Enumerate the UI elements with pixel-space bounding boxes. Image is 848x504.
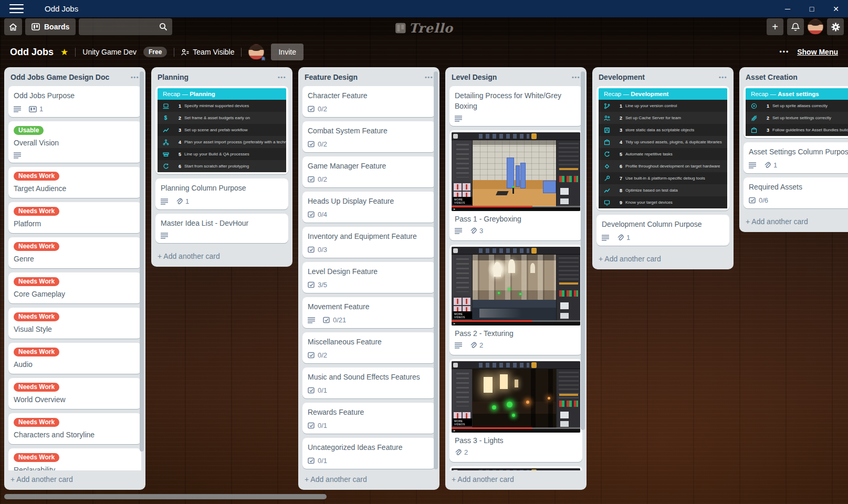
list-menu-icon[interactable]: •••: [719, 74, 727, 80]
add-card-button[interactable]: + Add another card: [739, 213, 848, 232]
card[interactable]: Uncategorized Ideas Feature 0/1: [302, 438, 435, 469]
board-title[interactable]: Odd Jobs: [10, 47, 54, 58]
search-input[interactable]: [79, 18, 172, 35]
attachment-badge: 3: [470, 227, 483, 235]
video-thumbnail-greyboxing[interactable]: MORE VIDEOS ▸: [452, 132, 580, 211]
hamburger-menu-icon[interactable]: [9, 4, 24, 14]
card-pass3-lights[interactable]: MORE VIDEOS ▸ Pass 3 - Lights 2: [449, 359, 582, 462]
card[interactable]: Character Feature 0/2: [302, 86, 435, 117]
card-pass2-texturing[interactable]: MORE VIDEOS ▸ Pass 2 - Texturing 2: [449, 245, 582, 355]
card-pass1-greyboxing[interactable]: MORE VIDEOS ▸ Pass 1 - Greyboxing 3: [449, 130, 582, 240]
list-scrollbar[interactable]: [140, 71, 144, 452]
wrench-icon: [603, 175, 610, 182]
star-icon[interactable]: ★: [60, 47, 68, 58]
card-clipped-video[interactable]: [449, 466, 582, 470]
card-title: Target Audience: [14, 183, 136, 194]
card[interactable]: Needs Work World Overview: [8, 378, 141, 409]
avatar-face: [808, 19, 823, 35]
recap-item: 1Specify minimal supported devices: [158, 100, 286, 112]
card-container: Detailing Process for White/Grey Boxing …: [445, 85, 587, 470]
list-scrollbar[interactable]: [581, 71, 585, 430]
invite-button[interactable]: Invite: [271, 44, 303, 60]
people-icon: [181, 49, 189, 56]
checklist-badge: 3/5: [308, 281, 327, 289]
editor-hierarchy-panel: [452, 369, 473, 410]
visibility-button[interactable]: Team Visible: [181, 48, 234, 56]
card[interactable]: Needs Work Target Audience: [8, 167, 141, 198]
card[interactable]: Miscellaneous Feature 0/2: [302, 332, 435, 363]
card-label: Usable: [14, 126, 44, 135]
card-title: Genre: [14, 254, 136, 264]
editor-viewport: [473, 255, 556, 321]
editor-project-panel: MORE VIDEOS: [452, 296, 473, 321]
list-menu-icon[interactable]: •••: [572, 74, 580, 80]
video-thumbnail-texturing[interactable]: MORE VIDEOS ▸: [452, 247, 580, 326]
card[interactable]: Planning Column Purpose 1: [155, 178, 288, 209]
card-recap-planning[interactable]: Recap — Planning 1Specify minimal suppor…: [155, 86, 288, 174]
card[interactable]: Usable Overall Vision: [8, 121, 141, 163]
add-card-button[interactable]: + Add another card: [298, 470, 439, 490]
list-menu-icon[interactable]: •••: [131, 74, 139, 80]
card[interactable]: Needs Work Platform: [8, 202, 141, 233]
video-thumbnail-clipped[interactable]: [452, 468, 580, 470]
workspace-name[interactable]: Unity Game Dev: [82, 48, 137, 56]
notifications-button[interactable]: [787, 18, 804, 35]
list-scrollbar[interactable]: [434, 71, 438, 469]
show-menu-link[interactable]: Show Menu: [797, 48, 838, 56]
card[interactable]: Needs Work Characters and Storyline: [8, 413, 141, 444]
admin-chevron-icon: «: [260, 57, 268, 60]
card-label: Needs Work: [14, 348, 59, 356]
card[interactable]: Master Idea List - DevHour: [155, 214, 288, 243]
checklist-badge: 0/4: [308, 211, 327, 218]
settings-button[interactable]: [827, 18, 844, 35]
add-card-button[interactable]: + Add another card: [592, 250, 734, 269]
card[interactable]: Needs Work Core Gameplay: [8, 272, 141, 303]
create-button[interactable]: +: [767, 18, 783, 35]
list-menu-icon[interactable]: •••: [278, 74, 286, 80]
boards-button[interactable]: Boards: [25, 18, 76, 35]
card[interactable]: Asset Settings Column Purpose 1: [744, 142, 848, 173]
video-controls: ▸: [452, 322, 580, 326]
video-thumbnail-lights[interactable]: MORE VIDEOS ▸: [452, 361, 580, 433]
close-button[interactable]: ✕: [824, 0, 848, 17]
card[interactable]: Game Manager Feature 0/2: [302, 156, 435, 187]
card[interactable]: Heads Up Display Feature 0/4: [302, 192, 435, 223]
card[interactable]: Needs Work Replayability: [8, 448, 141, 470]
maximize-button[interactable]: □: [800, 0, 824, 17]
bell-icon: [791, 23, 800, 32]
checklist-badge: 0/3: [308, 246, 327, 254]
add-card-button[interactable]: + Add another card: [4, 470, 145, 490]
description-icon: [455, 116, 462, 122]
user-avatar[interactable]: [808, 19, 823, 35]
trello-logo-icon: [395, 23, 406, 34]
horizontal-scrollbar[interactable]: [4, 494, 327, 499]
minimize-button[interactable]: ─: [776, 0, 800, 17]
card[interactable]: Odd Jobs Purpose 1: [8, 86, 141, 117]
video-controls: ▸: [452, 207, 580, 211]
card[interactable]: Needs Work Visual Style: [8, 308, 141, 339]
recap-item: 1Set up sprite atlases correctly: [746, 100, 848, 112]
attachment-badge: 1: [176, 197, 189, 205]
card[interactable]: Needs Work Audio: [8, 343, 141, 374]
card[interactable]: Rewards Feature 0/1: [302, 403, 435, 434]
card-recap-asset-settings[interactable]: Recap — Asset settings 1Set up sprite at…: [744, 86, 848, 138]
add-card-button[interactable]: + Add another card: [151, 247, 292, 267]
card[interactable]: Detailing Process for White/Grey Boxing: [449, 86, 582, 126]
checklist-badge: 0/2: [308, 140, 327, 148]
card[interactable]: Music and Sound Effects Features 0/1: [302, 368, 435, 398]
card[interactable]: Needs Work Genre: [8, 237, 141, 268]
card[interactable]: Required Assets 0/6: [744, 177, 848, 208]
home-button[interactable]: [4, 18, 22, 35]
card[interactable]: Movement Feature 0/21: [302, 297, 435, 328]
board-badge: 1: [29, 105, 43, 113]
card-title: Visual Style: [14, 324, 136, 334]
card-recap-development[interactable]: Recap — Development 1Line up your versio…: [596, 86, 729, 211]
card[interactable]: Inventory and Equipment Feature 0/3: [302, 227, 435, 258]
board-menu-dots[interactable]: •••: [780, 48, 790, 56]
card[interactable]: Development Column Purpose 1: [596, 215, 729, 246]
member-avatar[interactable]: «: [248, 44, 264, 60]
add-card-button[interactable]: + Add another card: [445, 470, 587, 490]
list-menu-icon[interactable]: •••: [425, 74, 433, 80]
card[interactable]: Combat System Feature 0/2: [302, 121, 435, 152]
card[interactable]: Level Design Feature 3/5: [302, 262, 435, 293]
